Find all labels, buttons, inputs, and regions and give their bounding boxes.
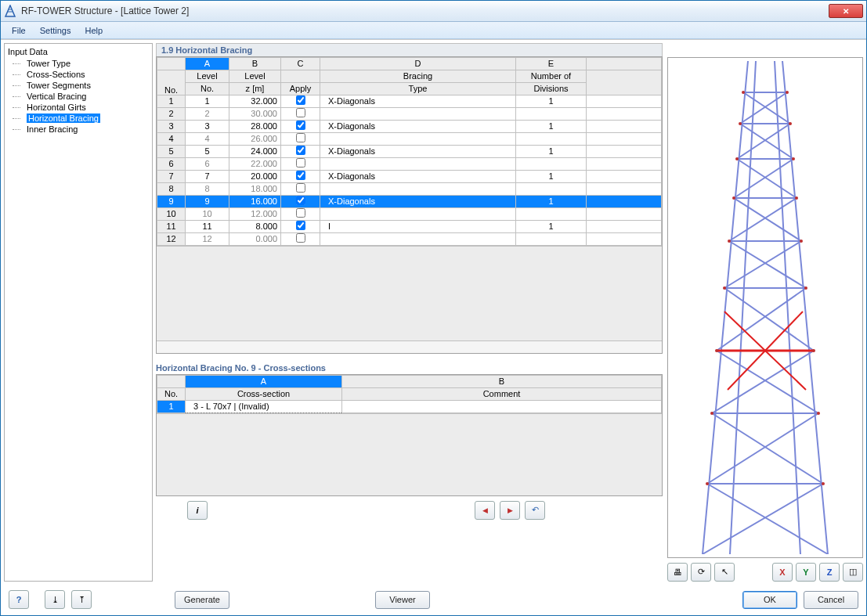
apply-checkbox[interactable] <box>296 208 305 218</box>
apply-cell[interactable] <box>281 182 320 195</box>
divisions-cell[interactable] <box>516 207 587 220</box>
tree-item-horizontal-girts[interactable]: Horizontal Girts <box>8 102 149 113</box>
bracing-type-cell[interactable] <box>320 107 516 120</box>
tree-item-inner-bracing[interactable]: Inner Bracing <box>8 124 149 135</box>
col-letter-a[interactable]: A <box>186 57 229 70</box>
apply-cell[interactable] <box>281 145 320 157</box>
tower-preview[interactable] <box>667 57 863 558</box>
divisions-cell[interactable] <box>516 132 587 145</box>
bracing-type-cell[interactable]: X-Diagonals <box>320 120 516 132</box>
tree-item-cross-sections[interactable]: Cross-Sections <box>8 69 149 80</box>
bracing-type-cell[interactable] <box>320 157 516 170</box>
level-no-cell[interactable]: 7 <box>186 170 229 182</box>
row-number[interactable]: 8 <box>157 182 186 195</box>
next-button[interactable]: ▶ <box>500 501 520 520</box>
level-z-cell[interactable]: 22.000 <box>229 157 281 170</box>
bracing-type-cell[interactable] <box>320 207 516 220</box>
apply-checkbox[interactable] <box>296 221 305 230</box>
row-number[interactable]: 1 <box>157 400 186 412</box>
level-no-cell[interactable]: 3 <box>186 120 229 132</box>
table-row[interactable]: 8818.000 <box>157 182 662 195</box>
bracing-type-cell[interactable] <box>320 232 516 245</box>
import-button[interactable]: ⤓ <box>45 590 65 609</box>
table-row[interactable]: 3328.000X-Diagonals1 <box>157 120 662 132</box>
table-row[interactable]: 6622.000 <box>157 157 662 170</box>
level-z-cell[interactable]: 28.000 <box>229 120 281 132</box>
divisions-cell[interactable] <box>516 157 587 170</box>
apply-checkbox[interactable] <box>296 171 305 180</box>
apply-cell[interactable] <box>281 232 320 245</box>
axis-z-button[interactable]: Z <box>819 563 840 582</box>
level-no-cell[interactable]: 4 <box>186 132 229 145</box>
table-row[interactable]: 13 - L 70x7 | (Invalid) <box>157 400 662 412</box>
comment-cell[interactable] <box>342 400 662 412</box>
apply-cell[interactable] <box>281 132 320 145</box>
divisions-cell[interactable]: 1 <box>516 170 587 182</box>
row-number[interactable]: 9 <box>157 195 186 207</box>
apply-cell[interactable] <box>281 120 320 132</box>
prev-button[interactable]: ◀ <box>475 501 495 520</box>
menu-settings[interactable]: Settings <box>34 24 78 37</box>
divisions-cell[interactable]: 1 <box>516 120 587 132</box>
row-number[interactable]: 12 <box>157 232 186 245</box>
help-button[interactable]: ? <box>9 590 29 609</box>
level-no-cell[interactable]: 1 <box>186 95 229 107</box>
table-row[interactable]: 12120.000 <box>157 232 662 245</box>
divisions-cell[interactable]: 1 <box>516 95 587 107</box>
view-show-button[interactable]: ↖ <box>714 563 735 582</box>
level-no-cell[interactable]: 11 <box>186 220 229 232</box>
divisions-cell[interactable] <box>516 232 587 245</box>
apply-cell[interactable] <box>281 170 320 182</box>
divisions-cell[interactable]: 1 <box>516 145 587 157</box>
bracing-type-cell[interactable] <box>320 132 516 145</box>
apply-cell[interactable] <box>281 207 320 220</box>
tree-item-tower-type[interactable]: Tower Type <box>8 58 149 69</box>
apply-cell[interactable] <box>281 157 320 170</box>
row-number[interactable]: 11 <box>157 220 186 232</box>
tree-root[interactable]: Input Data <box>8 45 149 58</box>
apply-checkbox[interactable] <box>296 108 305 117</box>
apply-checkbox[interactable] <box>296 183 305 193</box>
level-no-cell[interactable]: 6 <box>186 157 229 170</box>
apply-checkbox[interactable] <box>296 146 305 155</box>
table-row[interactable]: 101012.000 <box>157 207 662 220</box>
apply-cell[interactable] <box>281 220 320 232</box>
axis-x-button[interactable]: X <box>772 563 793 582</box>
bracing-type-cell[interactable]: X-Diagonals <box>320 145 516 157</box>
bracing-table[interactable]: A B C D E No. Level L <box>157 57 662 246</box>
cross-section-table[interactable]: A B No. Cross-section Comment <box>157 375 662 413</box>
divisions-cell[interactable] <box>516 107 587 120</box>
table-row[interactable]: 2230.000 <box>157 107 662 120</box>
level-z-cell[interactable]: 18.000 <box>229 182 281 195</box>
apply-checkbox[interactable] <box>296 133 305 142</box>
level-no-cell[interactable]: 10 <box>186 207 229 220</box>
table-row[interactable]: 1132.000X-Diagonals1 <box>157 95 662 107</box>
ok-button[interactable]: OK <box>742 591 797 609</box>
divisions-cell[interactable] <box>516 182 587 195</box>
table-row[interactable]: 9916.000X-Diagonals1 <box>157 195 662 207</box>
tree-item-vertical-bracing[interactable]: Vertical Bracing <box>8 91 149 102</box>
level-z-cell[interactable]: 0.000 <box>229 232 281 245</box>
bracing-type-cell[interactable] <box>320 182 516 195</box>
row-number[interactable]: 7 <box>157 170 186 182</box>
tree-item-horizontal-bracing[interactable]: Horizontal Bracing <box>8 113 149 124</box>
view-rotate-button[interactable]: ⟳ <box>691 563 711 582</box>
apply-cell[interactable] <box>281 107 320 120</box>
apply-checkbox[interactable] <box>296 233 305 243</box>
menu-help[interactable]: Help <box>78 24 109 37</box>
level-no-cell[interactable]: 9 <box>186 195 229 207</box>
col-letter-e[interactable]: E <box>516 57 587 70</box>
level-z-cell[interactable]: 30.000 <box>229 107 281 120</box>
menu-file[interactable]: File <box>5 24 32 37</box>
col-letter-b[interactable]: B <box>229 57 281 70</box>
view-print-button[interactable]: 🖶 <box>667 563 688 582</box>
tree-item-tower-segments[interactable]: Tower Segments <box>8 80 149 91</box>
bracing-type-cell[interactable]: I <box>320 220 516 232</box>
export-button[interactable]: ⤒ <box>71 590 92 609</box>
viewer-button[interactable]: Viewer <box>375 591 430 609</box>
row-number[interactable]: 6 <box>157 157 186 170</box>
apply-checkbox[interactable] <box>296 121 305 130</box>
level-z-cell[interactable]: 16.000 <box>229 195 281 207</box>
level-z-cell[interactable]: 12.000 <box>229 207 281 220</box>
bracing-type-cell[interactable]: X-Diagonals <box>320 95 516 107</box>
